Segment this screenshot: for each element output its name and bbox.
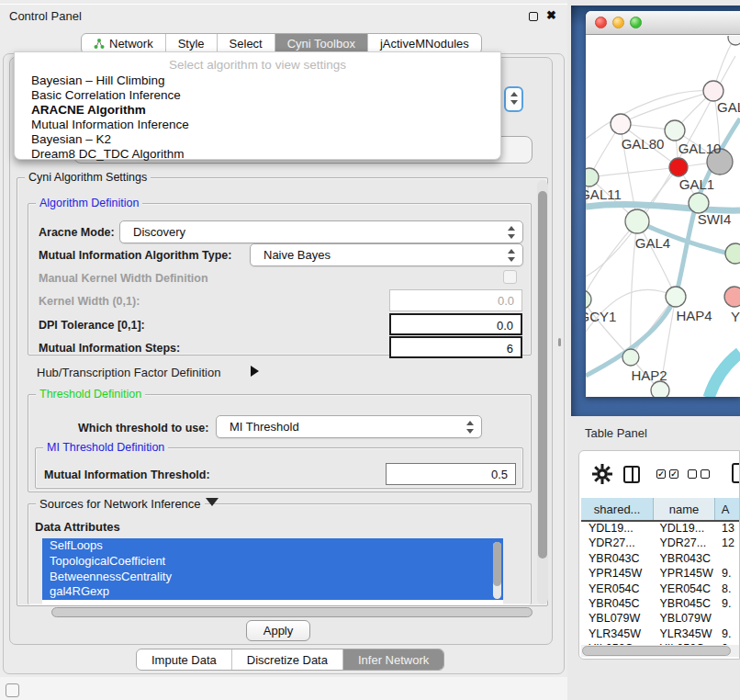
unchecked-checkbox-icon[interactable] bbox=[688, 469, 697, 479]
hub-definition-toggle[interactable]: Hub/Transcription Factor Definition bbox=[37, 366, 220, 379]
close-panel-icon[interactable]: ✖ bbox=[546, 8, 556, 22]
table-row[interactable]: YPR145WYPR145W9. bbox=[581, 567, 740, 581]
threshold-definition-title: Threshold Definition bbox=[36, 388, 145, 401]
float-panel-icon[interactable] bbox=[529, 12, 538, 21]
which-threshold-select[interactable]: MI Threshold bbox=[216, 415, 482, 438]
node-table: shared... name A YDL19...YDL19...13 YDR2… bbox=[581, 498, 740, 645]
which-threshold-label: Which threshold to use: bbox=[78, 422, 208, 435]
table-body[interactable]: YDL19...YDL19...13 YDR27...YDR27...12 YB… bbox=[581, 522, 740, 645]
minimize-window-icon[interactable] bbox=[612, 17, 624, 28]
tab-style[interactable]: Style bbox=[166, 34, 218, 53]
tab-network[interactable]: Network bbox=[82, 34, 166, 53]
node[interactable] bbox=[728, 36, 740, 45]
tab-network-label: Network bbox=[109, 37, 153, 51]
attribute-item-selected[interactable]: gal4RGexp bbox=[42, 584, 503, 600]
control-panel: Control Panel ✖ Network Style Select Cyn… bbox=[0, 0, 567, 677]
table-panel-title: Table Panel bbox=[585, 426, 647, 440]
unchecked-checkbox-icon[interactable] bbox=[701, 469, 710, 479]
table-row[interactable]: YBL079WYBL079W bbox=[581, 612, 740, 627]
node-label: GCY1 bbox=[586, 309, 616, 324]
table-header-row: shared... name A bbox=[581, 498, 740, 522]
mi-threshold-field[interactable]: 0.5 bbox=[386, 463, 516, 485]
table-row[interactable]: YER054CYER054C8. bbox=[581, 582, 740, 597]
collapsed-panel-icon[interactable] bbox=[6, 683, 19, 697]
node-hap2[interactable] bbox=[622, 349, 639, 366]
tab-jactivemnodules[interactable]: jActiveMNodules bbox=[368, 34, 481, 53]
tab-cyni-toolbox[interactable]: Cyni Toolbox bbox=[275, 34, 368, 53]
algorithm-option[interactable]: Basic Correlation Inference bbox=[31, 88, 493, 103]
control-panel-titlebar: Control Panel ✖ bbox=[0, 4, 567, 28]
attribute-item-selected[interactable]: SelfLoops bbox=[42, 538, 503, 554]
network-window-titlebar[interactable] bbox=[586, 11, 740, 35]
table-row[interactable]: YBR043CYBR043C bbox=[581, 552, 740, 567]
sources-group-title[interactable]: Sources for Network Inference bbox=[36, 497, 205, 511]
mi-steps-field[interactable]: 6 bbox=[389, 336, 522, 358]
gear-icon[interactable] bbox=[592, 464, 612, 484]
algorithm-option[interactable]: Bayesian – Hill Climbing bbox=[31, 73, 493, 88]
data-attributes-list[interactable]: SelfLoops TopologicalCoefficient Between… bbox=[42, 538, 503, 604]
attribute-item-selected[interactable]: BetweennessCentrality bbox=[42, 570, 503, 585]
node-gal11[interactable] bbox=[586, 168, 599, 186]
table-row[interactable]: YBR045CYBR045C9. bbox=[581, 597, 740, 612]
attribute-item-selected[interactable]: TopologicalCoefficient bbox=[42, 554, 503, 570]
node[interactable] bbox=[651, 381, 669, 397]
node-gal80[interactable] bbox=[611, 114, 631, 134]
algorithm-option[interactable]: Dream8 DC_TDC Algorithm bbox=[31, 147, 493, 162]
node[interactable] bbox=[725, 243, 740, 264]
node-salmon[interactable] bbox=[724, 287, 740, 307]
manual-kernel-width-checkbox[interactable] bbox=[503, 270, 517, 284]
tab-discretize-data[interactable]: Discretize Data bbox=[232, 649, 343, 670]
settings-horizontal-scrollbar[interactable] bbox=[50, 606, 537, 618]
node-gal4[interactable] bbox=[625, 209, 649, 233]
control-panel-title: Control Panel bbox=[9, 9, 82, 23]
node-label: GAL11 bbox=[586, 186, 622, 202]
kernel-width-field[interactable]: 0.0 bbox=[389, 289, 522, 311]
table-row[interactable]: YDL19...YDL19...13 bbox=[581, 522, 740, 536]
node-gal1-red[interactable] bbox=[669, 158, 688, 176]
node-label: GAL4 bbox=[635, 235, 670, 251]
node[interactable] bbox=[703, 81, 723, 101]
algorithm-option-selected[interactable]: ARACNE Algorithm bbox=[31, 103, 493, 118]
node-hap4[interactable] bbox=[666, 287, 686, 307]
table-horizontal-scrollbar[interactable] bbox=[581, 645, 739, 657]
list-vertical-scrollbar[interactable] bbox=[493, 542, 501, 599]
settings-vertical-scrollbar[interactable] bbox=[537, 180, 548, 604]
checked-checkbox-icon[interactable]: ✓ bbox=[669, 469, 678, 479]
node-gcy1[interactable] bbox=[586, 290, 591, 309]
table-row[interactable]: YLR345WYLR345W9. bbox=[581, 627, 740, 642]
node-label: GAL80 bbox=[622, 136, 665, 152]
apply-button[interactable]: Apply bbox=[246, 620, 310, 641]
dpi-tolerance-field[interactable]: 0.0 bbox=[389, 313, 522, 335]
mi-algorithm-type-select[interactable]: Naive Bayes bbox=[250, 243, 523, 266]
algorithm-option[interactable]: Bayesian – K2 bbox=[31, 132, 493, 147]
tab-infer-network[interactable]: Infer Network bbox=[343, 649, 443, 670]
collapsed-arrow-icon[interactable] bbox=[251, 366, 259, 377]
columns-icon[interactable] bbox=[623, 466, 640, 483]
algorithm-dropdown-popup: Select algorithm to view settings Bayesi… bbox=[14, 51, 501, 160]
mi-threshold-group-title: MI Threshold Definition bbox=[43, 441, 168, 454]
mi-threshold-label: Mutual Information Threshold: bbox=[44, 469, 210, 481]
algorithm-option[interactable]: Mutual Information Inference bbox=[31, 118, 493, 132]
column-header[interactable]: name bbox=[654, 498, 714, 520]
node-gal10[interactable] bbox=[665, 120, 685, 141]
spinner-arrows-icon bbox=[508, 249, 516, 262]
expanded-arrow-icon[interactable] bbox=[206, 498, 219, 506]
zoom-window-icon[interactable] bbox=[630, 17, 642, 28]
aracne-mode-select[interactable]: Discovery bbox=[119, 220, 523, 243]
tab-impute-data[interactable]: Impute Data bbox=[137, 649, 232, 670]
table-row[interactable]: YDR27...YDR27...12 bbox=[581, 536, 740, 551]
document-icon[interactable] bbox=[732, 463, 740, 483]
column-header[interactable]: A bbox=[715, 498, 740, 520]
node-swi4[interactable] bbox=[689, 193, 709, 213]
node-label: HAP4 bbox=[676, 308, 712, 323]
focused-spinner-fragment[interactable] bbox=[504, 86, 523, 112]
node-label: GAL10 bbox=[678, 141, 722, 156]
tab-select[interactable]: Select bbox=[218, 34, 275, 53]
network-canvas[interactable]: GAL GAL80 GAL10 GAL1 GAL11 SWI4 GAL4 GCY… bbox=[586, 36, 740, 397]
checked-checkbox-icon[interactable]: ✓ bbox=[656, 469, 666, 479]
cyni-algorithm-settings-title: Cyni Algorithm Settings bbox=[25, 171, 151, 184]
close-window-icon[interactable] bbox=[595, 17, 607, 28]
mi-algorithm-type-label: Mutual Information Algorithm Type: bbox=[39, 249, 231, 262]
panel-splitter-handle[interactable] bbox=[558, 338, 561, 346]
column-header[interactable]: shared... bbox=[581, 498, 654, 520]
